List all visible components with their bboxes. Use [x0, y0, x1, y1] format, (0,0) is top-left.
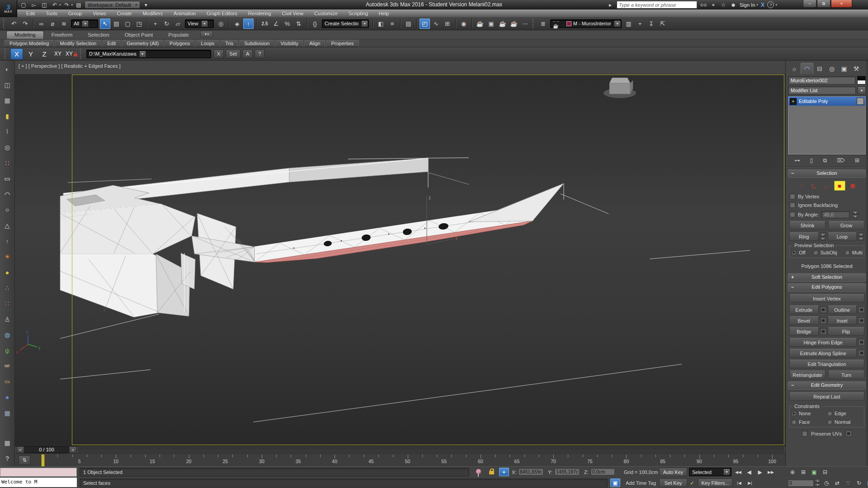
- rollout-soft-selection[interactable]: + Soft Selection: [788, 273, 866, 282]
- menu-modifiers[interactable]: Modifiers: [137, 11, 168, 16]
- select-object-icon[interactable]: ↖: [100, 19, 110, 29]
- undo-icon[interactable]: ↶: [9, 19, 19, 29]
- keyboard-override-icon[interactable]: ↑: [243, 19, 254, 29]
- redo-icon[interactable]: ↷: [62, 1, 71, 9]
- next-frame-button[interactable]: >: [69, 446, 76, 453]
- more-tools-icon[interactable]: ⋯: [520, 19, 530, 29]
- inset-button[interactable]: Inset: [828, 316, 857, 325]
- add-selection-to-layer-icon[interactable]: ↧: [646, 19, 656, 29]
- grass-icon[interactable]: ψ: [2, 346, 13, 356]
- sphere-icon[interactable]: ○: [2, 205, 13, 215]
- edit-triangulation-button[interactable]: Edit Triangulation: [789, 360, 864, 368]
- set-path-button[interactable]: Set: [226, 49, 241, 58]
- menu-edit[interactable]: Edit: [21, 11, 40, 16]
- pyramid-icon[interactable]: △: [2, 221, 13, 230]
- toolbar-handle[interactable]: [5, 49, 8, 59]
- grid-shortcut-icon[interactable]: ▦: [2, 438, 13, 448]
- communication-center-icon[interactable]: ⌖: [710, 2, 717, 8]
- display-tab[interactable]: ▣: [838, 63, 850, 74]
- ribbon-panel-edit[interactable]: Edit: [102, 40, 121, 47]
- previous-frame-icon[interactable]: ◀: [744, 468, 754, 476]
- restore-button[interactable]: ⧉: [817, 0, 830, 8]
- bridge-button[interactable]: Bridge: [789, 327, 819, 336]
- sun-icon[interactable]: ☀: [2, 252, 13, 262]
- orbit-icon[interactable]: ↻: [854, 479, 864, 487]
- ribbon-panel-visibility[interactable]: Visibility: [275, 40, 303, 47]
- viewport-layout-icon[interactable]: ▣: [610, 479, 620, 487]
- biped-icon[interactable]: ♙: [2, 314, 13, 324]
- toolbar-handle[interactable]: [533, 19, 536, 28]
- angle-value-field[interactable]: 45,0: [821, 211, 849, 218]
- help-button[interactable]: ?: [2, 454, 13, 464]
- time-slider-handle[interactable]: 0 / 100: [24, 446, 69, 453]
- inset-settings-icon[interactable]: [858, 317, 865, 324]
- fur-icon[interactable]: Ox: [2, 377, 13, 387]
- select-and-move-icon[interactable]: +: [150, 19, 160, 29]
- current-frame-field[interactable]: 0: [788, 479, 814, 487]
- menu-rendering[interactable]: Rendering: [243, 11, 277, 16]
- preview-subobj-radio[interactable]: [813, 250, 818, 255]
- layer-dropdown[interactable]: ‒ ‒ ☕M - MurosInteriores▼: [550, 19, 622, 28]
- toggle-scene-explorer-icon[interactable]: ▤: [403, 19, 414, 29]
- maximize-viewport-icon[interactable]: ◱: [865, 479, 868, 487]
- polygon-icon[interactable]: ■: [834, 181, 845, 191]
- ring-button[interactable]: Ring: [789, 232, 819, 241]
- search-input[interactable]: [617, 1, 697, 9]
- constraint-edge-radio[interactable]: [827, 411, 832, 416]
- viewport-label[interactable]: [ + ] [ Perspective ] [ Realistic + Edge…: [19, 63, 121, 69]
- search-history-icon[interactable]: ▸: [607, 2, 614, 8]
- new-scene-icon[interactable]: ▢: [19, 1, 28, 9]
- ribbon-panel-subdivision[interactable]: Subdivision: [239, 40, 274, 47]
- ignore-backfacing-checkbox[interactable]: [789, 202, 795, 208]
- rectangular-selection-icon[interactable]: ▢: [123, 19, 133, 29]
- menu-create[interactable]: Create: [111, 11, 137, 16]
- preserve-uvs-checkbox[interactable]: [802, 431, 807, 436]
- shrink-button[interactable]: Shrink: [789, 221, 826, 230]
- x-coord-field[interactable]: 8451,659c: [518, 468, 543, 475]
- ribbon-tab-populate[interactable]: Populate: [160, 31, 196, 39]
- object-name-field[interactable]: MuroExterior002: [788, 76, 855, 84]
- vertex-icon[interactable]: ∴: [796, 181, 807, 190]
- bevel-settings-icon[interactable]: [820, 317, 827, 324]
- curve-editor-icon[interactable]: ∿: [431, 19, 441, 29]
- menu-views[interactable]: Views: [87, 11, 111, 16]
- path-a-button[interactable]: A: [242, 49, 253, 58]
- perspective-viewport[interactable]: z x x y z: [15, 74, 785, 446]
- make-unique-icon[interactable]: ⧉: [823, 157, 827, 164]
- frame-spinner[interactable]: ▲▼: [815, 479, 821, 487]
- extrude-spline-settings-icon[interactable]: [858, 350, 865, 357]
- menu-graph-editors[interactable]: Graph Editors: [201, 11, 243, 16]
- loop-button[interactable]: Loop: [828, 232, 857, 241]
- repeat-last-button[interactable]: Repeat Last: [789, 392, 864, 401]
- ribbon-tab-selection[interactable]: Selection: [80, 31, 117, 39]
- chevron-down-icon[interactable]: ▾: [756, 3, 758, 7]
- mini-curve-editor-icon[interactable]: ⇅: [19, 455, 30, 465]
- material-editor-icon[interactable]: ◉: [458, 19, 469, 29]
- project-folder-icon[interactable]: ▤: [74, 1, 83, 9]
- chevron-down-icon[interactable]: ▼: [858, 86, 866, 94]
- isolate-selection-icon[interactable]: [476, 469, 481, 474]
- ribbon-panel-properties[interactable]: Properties: [326, 40, 359, 47]
- zoom-all-icon[interactable]: ⊞: [798, 468, 808, 476]
- grow-button[interactable]: Grow: [828, 221, 864, 230]
- utilities-tab[interactable]: ⚒: [850, 63, 862, 74]
- select-and-manipulate-icon[interactable]: ◈: [232, 19, 242, 29]
- add-time-tag[interactable]: Add Time Tag: [626, 480, 656, 486]
- pin-stack-icon[interactable]: ⊶: [794, 157, 800, 164]
- panel-scrollbar[interactable]: [866, 61, 868, 466]
- ribbon-panel-polygon-modeling[interactable]: Polygon Modeling: [5, 40, 54, 47]
- workspace-dropdown[interactable]: Workspace: Default ▼: [85, 1, 140, 9]
- outline-button[interactable]: Outline: [828, 305, 857, 314]
- track-bar-ruler[interactable]: ⇅ 51015202530354045505560657075808590951…: [15, 454, 785, 467]
- auto-key-button[interactable]: Auto Key: [659, 468, 687, 476]
- edit-named-selection-sets-icon[interactable]: {}: [310, 19, 320, 29]
- toolbar-handle[interactable]: [80, 49, 83, 59]
- visibility-toggle-icon[interactable]: [857, 98, 864, 105]
- render-production-icon[interactable]: ☕: [497, 19, 508, 29]
- help-icon[interactable]: ?: [767, 1, 774, 8]
- key-mode-dropdown[interactable]: Selected ▼: [689, 468, 731, 476]
- object-color-swatch[interactable]: [857, 76, 866, 84]
- chevron-down-icon[interactable]: ▾: [59, 3, 61, 7]
- go-to-end-icon[interactable]: ▶▶: [766, 468, 776, 476]
- particles-icon[interactable]: ∴: [2, 283, 13, 293]
